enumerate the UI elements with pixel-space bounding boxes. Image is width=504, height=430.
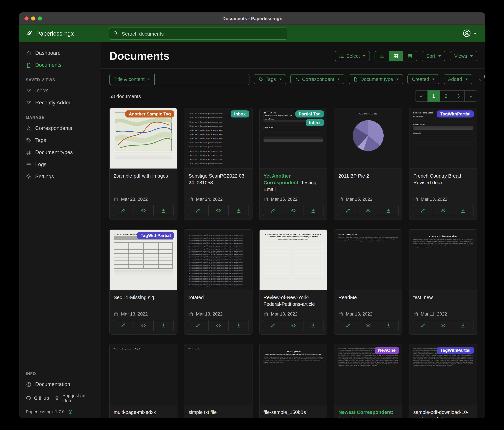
edit-button[interactable]	[263, 320, 283, 331]
sidebar-item-documents[interactable]: Documents	[19, 59, 101, 71]
document-card[interactable]: Review of New York Federal Petitions for…	[259, 229, 327, 335]
document-title[interactable]: test_new	[413, 294, 473, 301]
document-thumbnail[interactable]: Patient BP Distribution 2011	[334, 108, 402, 169]
suggest-idea-link[interactable]: Suggest an idea	[54, 393, 95, 403]
tag-badge[interactable]: TagWithPartial	[437, 347, 474, 354]
view-button[interactable]	[208, 320, 228, 331]
download-button[interactable]	[453, 206, 473, 216]
sort-button[interactable]: Sort	[422, 51, 445, 61]
zoom-window-button[interactable]	[38, 17, 42, 20]
document-card[interactable]: This is the text that appears on the fir…	[184, 229, 252, 335]
document-card[interactable]: This is a test file.simple txt file	[184, 344, 252, 418]
document-card[interactable]: Another Sample Tag2sample-pdf-with-image…	[109, 108, 178, 220]
tag-badge[interactable]: TagWithPartial	[437, 111, 474, 118]
document-thumbnail[interactable]: Lorem ipsum dolor sit amet, consectetur …	[409, 344, 477, 405]
document-title[interactable]: multi-page-mixedxx	[114, 409, 173, 416]
document-card[interactable]: Patient BP Distribution 20112011 BP Pie …	[334, 108, 402, 220]
sidebar-item-inbox[interactable]: Inbox	[19, 84, 101, 97]
pagination-prev-button[interactable]: «	[415, 90, 428, 102]
download-button[interactable]	[378, 206, 398, 216]
document-card[interactable]: Lorem ipsum dolor sit amet, consectetur …	[409, 344, 477, 418]
document-thumbnail[interactable]: French Country BreadFor the Lesson:Make …	[409, 108, 477, 169]
document-correspondent[interactable]: Newest Correspondent	[338, 410, 391, 415]
document-title[interactable]: Sec 11-Missing sig	[114, 294, 173, 301]
download-button[interactable]	[378, 320, 398, 331]
global-search[interactable]	[109, 28, 287, 40]
edit-button[interactable]	[188, 320, 208, 331]
title-content-dropdown[interactable]: Title & content	[109, 74, 155, 85]
edit-button[interactable]	[263, 206, 283, 216]
sidebar-item-document-types[interactable]: Document types	[19, 146, 101, 159]
download-button[interactable]	[153, 320, 173, 331]
download-button[interactable]	[228, 206, 248, 216]
view-button[interactable]	[433, 206, 453, 216]
document-title[interactable]: Sonstige ScanPC2022 03-24_081058	[189, 173, 248, 186]
sidebar-item-dashboard[interactable]: Dashboard	[19, 47, 101, 59]
select-button[interactable]: Select	[334, 51, 370, 61]
edit-button[interactable]	[113, 320, 133, 331]
document-correspondent[interactable]: Yet Another Correspondent	[264, 173, 298, 185]
minimize-window-button[interactable]	[31, 17, 35, 20]
document-title[interactable]: Newest Correspondent: f_combineds	[338, 409, 398, 418]
document-thumbnail[interactable]: Review of New York Federal Petitions for…	[260, 230, 327, 290]
document-title[interactable]: 2011 BP Pie 2	[338, 173, 398, 179]
sidebar-item-documentation[interactable]: Documentation	[19, 378, 101, 390]
document-thumbnail[interactable]: This is a test for the double space char…	[185, 108, 252, 169]
edit-button[interactable]	[413, 206, 433, 216]
document-thumbnail[interactable]: This is the text that appears on the fir…	[185, 230, 252, 290]
view-button[interactable]	[208, 206, 228, 216]
document-card[interactable]: Lorem ipsumLorem ipsum dolor sit amet, c…	[259, 344, 327, 418]
document-card[interactable]: Lorem ipsum dolor sit amet, consectetur …	[334, 344, 402, 418]
sidebar-item-logs[interactable]: Logs	[19, 159, 101, 170]
sidebar-item-settings[interactable]: Settings	[19, 170, 101, 183]
download-button[interactable]	[453, 320, 473, 331]
pagination-next-button[interactable]: »	[465, 90, 477, 102]
close-window-button[interactable]	[25, 17, 28, 20]
pagination-page-2[interactable]: 2	[440, 90, 452, 102]
document-title[interactable]: Yet Another Correspondent: Testing Email	[264, 173, 323, 193]
edit-button[interactable]	[338, 320, 358, 331]
document-title[interactable]: rotated	[189, 294, 248, 301]
document-thumbnail[interactable]: Lorem ipsumLorem ipsum dolor sit amet, c…	[260, 344, 327, 405]
document-title[interactable]: ReadMe	[338, 294, 398, 301]
document-thumbnail[interactable]: Adobe Acrobat PDF FilesAdobe® Portable D…	[409, 230, 477, 290]
github-link[interactable]: GitHub	[26, 395, 49, 401]
tags-filter-button[interactable]: Tags	[254, 74, 286, 84]
grid-view-button[interactable]	[389, 51, 403, 61]
reset-filters-button[interactable]: × Reset filters	[477, 74, 485, 85]
sidebar-item-recently-added[interactable]: Recently Added	[19, 97, 101, 109]
tag-badge[interactable]: Another Sample Tag	[126, 111, 174, 118]
pagination-page-1[interactable]: 1	[428, 90, 440, 102]
edit-button[interactable]	[338, 206, 358, 216]
user-menu-button[interactable]	[460, 28, 478, 39]
document-title[interactable]: French Country Bread Revised.docx	[413, 173, 473, 186]
document-thumbnail[interactable]: Contact Sheet DemoGiven a set of image f…	[334, 230, 402, 290]
list-view-button[interactable]	[375, 51, 389, 61]
document-card[interactable]: Adobe Acrobat PDF FilesAdobe® Portable D…	[409, 229, 477, 335]
tag-badge[interactable]: NewOne	[375, 347, 399, 354]
download-button[interactable]	[303, 206, 323, 216]
document-title[interactable]: simple txt file	[189, 409, 248, 416]
document-thumbnail[interactable]: Lorem ipsum dolor sit amet, consectetur …	[334, 344, 402, 405]
view-button[interactable]	[358, 206, 378, 216]
app-brand[interactable]: Paperless-ngx	[26, 29, 109, 38]
document-card[interactable]: This is a multi page document. Page 1.mu…	[109, 344, 178, 418]
document-card[interactable]: Contact Sheet DemoGiven a set of image f…	[334, 229, 402, 335]
tag-badge[interactable]: Inbox	[231, 111, 249, 118]
edit-button[interactable]	[413, 320, 433, 331]
sidebar-item-tags[interactable]: Tags	[19, 134, 101, 146]
document-thumbnail[interactable]: 1.1. CONTINUING MEDICAL EDUCATIONTagWith…	[110, 230, 177, 290]
tag-badge[interactable]: TagWithPartial	[137, 232, 174, 239]
pagination-page-3[interactable]: 3	[452, 90, 465, 102]
document-title[interactable]: file-sample_150kBs	[264, 409, 323, 416]
search-input[interactable]	[121, 30, 283, 37]
download-button[interactable]	[228, 320, 248, 331]
correspondent-filter-button[interactable]: Correspondent	[290, 74, 344, 84]
info-icon[interactable]	[68, 409, 72, 414]
edit-button[interactable]	[113, 206, 133, 216]
detail-view-button[interactable]	[403, 51, 417, 61]
edit-button[interactable]	[188, 206, 208, 216]
document-thumbnail[interactable]: Release NotesSimba ODBC Driver for SQL S…	[260, 108, 327, 169]
view-button[interactable]	[133, 320, 153, 331]
sidebar-item-correspondents[interactable]: Correspondents	[19, 122, 101, 134]
